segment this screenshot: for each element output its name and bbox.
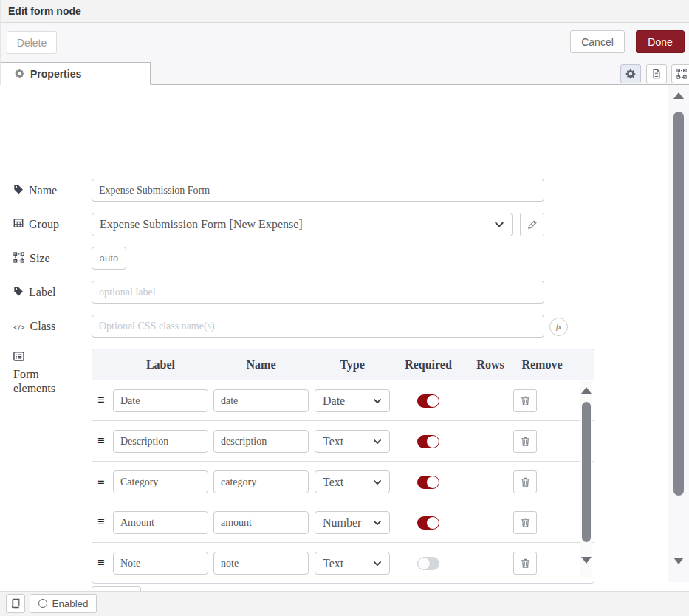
remove-element-button[interactable]	[513, 552, 537, 575]
form-element-row: ≡ Text	[92, 421, 594, 462]
enabled-toggle-button[interactable]: Enabled	[30, 594, 97, 613]
required-toggle[interactable]	[417, 435, 439, 448]
scroll-up-icon[interactable]	[673, 92, 684, 99]
dialog-toolbar: Delete Cancel Done	[1, 23, 689, 62]
name-input[interactable]	[92, 179, 544, 202]
tab-button-appearance[interactable]	[671, 64, 689, 83]
tab-button-properties[interactable]	[620, 64, 641, 83]
done-button[interactable]: Done	[636, 30, 685, 53]
scrollbar-thumb[interactable]	[673, 112, 684, 496]
chevron-down-icon	[373, 437, 382, 446]
element-type-select[interactable]: Text	[315, 552, 390, 575]
remove-element-button[interactable]	[513, 389, 537, 412]
tab-button-description[interactable]	[646, 64, 667, 83]
label-field-label: Label	[13, 285, 55, 299]
group-select[interactable]: Expense Submission Form [New Expense]	[92, 213, 513, 236]
label-input[interactable]	[92, 281, 544, 304]
element-type-select[interactable]: Text	[315, 470, 390, 493]
list-alt-icon	[13, 351, 24, 362]
scroll-down-icon[interactable]	[673, 558, 684, 564]
element-name-input[interactable]	[213, 389, 309, 412]
gear-icon	[15, 69, 24, 78]
chevron-down-icon	[373, 478, 382, 487]
element-name-input[interactable]	[213, 430, 309, 453]
panel-scrollbar[interactable]	[668, 85, 689, 582]
element-name-input[interactable]	[213, 552, 309, 575]
enabled-label: Enabled	[52, 598, 89, 609]
remove-element-button[interactable]	[513, 470, 537, 493]
drag-handle-icon[interactable]: ≡	[97, 474, 105, 489]
element-label-input[interactable]	[113, 552, 208, 575]
dialog-footer: Enabled	[0, 591, 689, 616]
size-button[interactable]: auto	[92, 247, 126, 270]
element-label-input[interactable]	[113, 430, 208, 453]
drag-handle-icon[interactable]: ≡	[97, 515, 105, 530]
docs-button[interactable]	[6, 594, 25, 613]
scroll-down-icon[interactable]	[581, 557, 592, 564]
column-header: Label	[113, 349, 208, 380]
book-icon	[10, 598, 21, 609]
chevron-down-icon	[373, 397, 382, 405]
remove-element-button[interactable]	[513, 430, 537, 453]
element-name-input[interactable]	[213, 511, 309, 534]
element-type-select[interactable]: Text	[315, 430, 390, 453]
trash-icon	[520, 517, 531, 528]
element-label-input[interactable]	[113, 511, 208, 534]
element-type-select[interactable]: Number	[315, 511, 390, 534]
drag-handle-icon[interactable]: ≡	[97, 434, 105, 448]
name-field-label: Name	[13, 183, 57, 197]
column-header: Required	[403, 349, 453, 380]
required-toggle[interactable]	[417, 516, 439, 530]
form-elements-table: LabelNameTypeRequiredRowsRemove ≡ Date ≡…	[92, 349, 594, 584]
column-header: Name	[213, 349, 309, 380]
tag-icon	[13, 286, 24, 296]
drag-handle-icon[interactable]: ≡	[97, 393, 105, 408]
scroll-up-icon[interactable]	[581, 387, 592, 394]
tab-properties[interactable]: Properties	[1, 62, 151, 85]
tag-icon	[13, 184, 24, 194]
size-field-label: Size	[13, 251, 50, 265]
dialog-header: Edit form node	[1, 0, 689, 23]
class-input[interactable]	[92, 315, 544, 338]
class-expression-button[interactable]: fx	[549, 318, 568, 336]
circle-icon	[38, 599, 47, 608]
element-label-input[interactable]	[113, 389, 208, 412]
element-name-input[interactable]	[213, 470, 309, 493]
chevron-down-icon	[373, 519, 382, 527]
form-elements-rows: ≡ Date ≡ Text ≡ Text	[92, 380, 594, 583]
object-group-icon	[13, 252, 24, 263]
group-field-label: Group	[13, 217, 59, 231]
tab-bar: Properties	[1, 62, 689, 85]
pencil-icon	[527, 219, 538, 230]
required-toggle[interactable]	[417, 557, 439, 570]
column-header: Remove	[518, 349, 566, 380]
code-icon: </>	[13, 321, 25, 335]
cancel-button[interactable]: Cancel	[570, 30, 625, 53]
fx-icon: fx	[556, 323, 561, 331]
trash-icon	[520, 436, 531, 447]
scrollbar-thumb[interactable]	[582, 402, 591, 542]
column-header: Type	[315, 349, 390, 380]
table-icon	[13, 218, 24, 228]
required-toggle[interactable]	[417, 476, 439, 489]
element-label-input[interactable]	[113, 470, 208, 493]
form-elements-table-header: LabelNameTypeRequiredRowsRemove	[92, 349, 594, 380]
remove-element-button[interactable]	[513, 511, 537, 534]
element-type-select[interactable]: Date	[315, 389, 390, 412]
form-element-row: ≡ Number	[92, 502, 594, 543]
form-element-row: ≡ Text	[92, 543, 594, 583]
form-elements-scrollbar[interactable]	[580, 381, 592, 577]
dialog-title: Edit form node	[8, 5, 81, 17]
drag-handle-icon[interactable]: ≡	[97, 555, 105, 570]
required-toggle[interactable]	[417, 394, 439, 408]
properties-panel: Name Group Expense Submission Form [New …	[0, 85, 689, 591]
chevron-down-icon	[494, 219, 504, 230]
form-element-row: ≡ Date	[92, 380, 594, 421]
edit-group-button[interactable]	[520, 213, 544, 236]
tab-properties-label: Properties	[30, 68, 81, 80]
class-field-label: </> Class	[13, 319, 55, 335]
document-icon	[651, 69, 662, 79]
form-element-row: ≡ Text	[92, 462, 594, 502]
trash-icon	[520, 395, 531, 406]
delete-button[interactable]: Delete	[7, 31, 57, 54]
